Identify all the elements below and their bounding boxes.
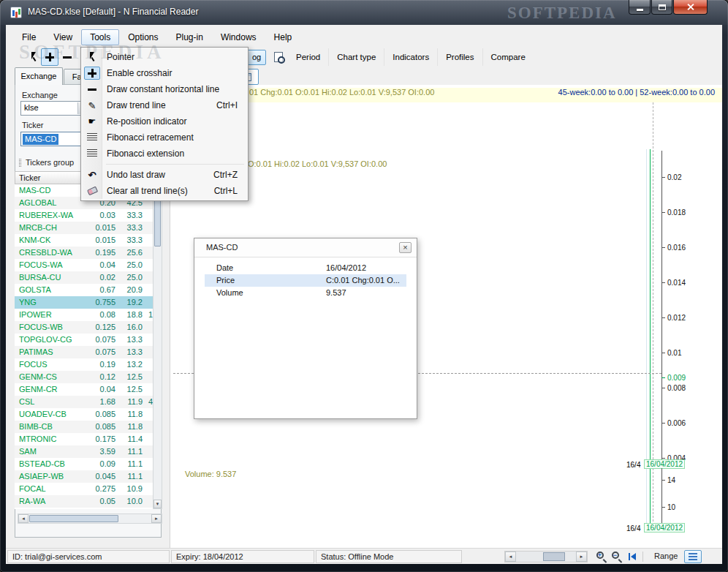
menu-item[interactable]: Pointer <box>83 49 246 65</box>
ticker-row[interactable]: BSTEAD-CB 0.09 11.1 <box>15 458 153 470</box>
ticker-row[interactable]: BIMB-CB 0.085 11.8 <box>15 421 153 433</box>
preview-button[interactable] <box>269 48 287 66</box>
toolbar-button[interactable]: Period <box>288 48 328 66</box>
horizontal-line-tool-button[interactable] <box>58 48 76 66</box>
ticker-name: BSTEAD-CB <box>15 458 79 470</box>
price-tick: 0.016 <box>661 230 686 265</box>
ticker-row[interactable]: PATIMAS 0.075 13.3 <box>15 346 153 358</box>
ticker-name: KNM-CK <box>15 234 79 247</box>
minimize-icon <box>637 9 643 11</box>
scroll-left-icon[interactable]: ◄ <box>18 514 29 523</box>
ticker-price: 0.125 <box>79 321 115 334</box>
ticker-row[interactable]: FOCAL 0.275 10.9 <box>15 483 153 495</box>
close-button[interactable] <box>673 0 708 15</box>
ticker-extra <box>143 284 153 296</box>
ticker-row[interactable]: RUBEREX-WA 0.03 33.3 <box>15 209 153 222</box>
ticker-name: SAM <box>15 445 79 458</box>
ticker-list-hscrollbar[interactable]: ◄ ► <box>18 513 162 524</box>
ticker-row[interactable]: MRCB-CH 0.015 33.3 <box>15 222 153 234</box>
menubar-item[interactable]: Options <box>119 29 167 45</box>
ticker-row[interactable]: FOCUS-WA 0.04 25.0 <box>15 259 153 271</box>
pointer-icon <box>84 50 100 64</box>
menu-item[interactable]: Fibonacci extension <box>83 146 246 162</box>
menu-item[interactable]: Fibonacci retracement <box>83 129 246 146</box>
minimize-button[interactable] <box>629 0 651 15</box>
ticker-row[interactable]: FOCUS 0.19 13.2 <box>15 358 153 371</box>
ticker-extra <box>143 433 153 445</box>
menu-item[interactable]: Clear all trend line(s) Ctrl+L <box>83 183 246 199</box>
menubar-item[interactable]: Windows <box>212 29 265 45</box>
watermark: SOFTPEDIA <box>507 4 617 23</box>
chart-hscrollbar[interactable]: ◄ ► <box>504 551 588 562</box>
crosshair-tool-button[interactable] <box>41 48 58 66</box>
data-log-button[interactable]: og <box>247 50 266 65</box>
tick-mark <box>661 353 665 353</box>
tick-mark <box>661 212 665 213</box>
range-button[interactable] <box>684 550 702 563</box>
maximize-button[interactable] <box>651 0 672 15</box>
volume-tick-label: 10 <box>667 503 675 511</box>
ticker-row[interactable]: KNM-CK 0.015 33.3 <box>15 234 153 247</box>
statusbar: ID: trial@gi-services.com Expiry: 18/04/… <box>6 548 722 564</box>
jump-to-start-button[interactable] <box>624 550 640 563</box>
scroll-left-icon[interactable]: ◄ <box>505 552 516 562</box>
scroll-right-icon[interactable]: ► <box>576 552 587 562</box>
ticker-extra <box>143 421 153 433</box>
info-row: Date 16/04/2012 <box>205 262 406 274</box>
ticker-row[interactable]: CSL 1.68 11.9 4 <box>15 396 153 408</box>
ticker-row[interactable]: GENM-CS 0.12 12.5 <box>15 371 153 383</box>
ticker-row[interactable]: FOCUS-WB 0.125 16.0 <box>15 321 153 334</box>
menu-item[interactable]: Draw constant horizontal line <box>83 81 246 97</box>
scrollbar-thumb[interactable] <box>29 515 118 522</box>
ticker-name: GENM-CR <box>15 383 79 396</box>
ticker-row[interactable]: CRESBLD-WA 0.195 25.6 <box>15 247 153 259</box>
price-axis-labels: 0.02 0.018 0.016 0.014 0.012 0.01 0.008 … <box>661 159 686 475</box>
toolbar-button[interactable]: Profiles <box>437 48 482 66</box>
menubar-item[interactable]: Tools <box>81 29 119 45</box>
menu-item[interactable]: Re-position indicator <box>83 113 246 129</box>
zoom-in-button[interactable] <box>594 550 609 563</box>
quote-info-window[interactable]: MAS-CD Date 16/04/2012 Price C:0.01 Chg:… <box>194 238 417 419</box>
quote-line: O:0.01 Hi:0.02 Lo:0.01 V:9,537 OI:0.00 <box>248 159 387 168</box>
ticker-row[interactable]: GENM-CR 0.04 12.5 <box>15 383 153 396</box>
ticker-row[interactable]: GOLSTA 0.67 20.9 <box>15 284 153 296</box>
toolbar-button[interactable]: Chart type <box>328 48 384 66</box>
ticker-extra <box>143 383 153 396</box>
ticker-change: 33.3 <box>115 234 143 247</box>
menu-item[interactable]: Undo last draw Ctrl+Z <box>83 167 246 183</box>
scroll-right-icon[interactable]: ► <box>151 514 162 523</box>
ticker-row[interactable]: TOPGLOV-CG 0.075 13.3 <box>15 334 153 346</box>
ticker-row[interactable]: YNG 0.755 19.2 <box>15 296 153 309</box>
ticker-row[interactable]: SAM 3.59 11.1 <box>15 445 153 458</box>
ticker-row[interactable]: BURSA-CU 0.02 25.0 <box>15 271 153 284</box>
ticker-row[interactable]: MTRONIC 0.175 11.4 <box>15 433 153 445</box>
menubar-item[interactable]: Help <box>265 29 301 45</box>
menubar-item[interactable]: View <box>45 29 81 45</box>
toolbar-button[interactable]: Indicators <box>384 48 437 66</box>
zoom-out-button[interactable] <box>609 550 624 563</box>
ticker-price: 0.19 <box>79 358 115 371</box>
menu-item[interactable]: Enable crosshair <box>83 65 246 81</box>
ticker-row[interactable]: IPOWER 0.08 18.8 1 <box>15 309 153 321</box>
ticker-row[interactable]: RA-WA 0.05 10.0 <box>15 495 153 508</box>
pointer-tool-button[interactable] <box>25 48 42 66</box>
price-tick-label: 0.016 <box>667 244 686 252</box>
info-window-titlebar[interactable]: MAS-CD <box>194 238 417 257</box>
menubar-item[interactable]: Plug-in <box>167 29 212 45</box>
eraser-icon <box>84 184 100 197</box>
tab-exchange[interactable]: Exchange <box>15 67 63 85</box>
scroll-down-icon[interactable]: ▼ <box>153 500 162 508</box>
ticker-name: CSL <box>15 396 79 408</box>
ticker-row[interactable]: ASIAEP-WB 0.045 11.1 <box>15 470 153 483</box>
ticker-row[interactable]: UOADEV-CB 0.085 11.8 <box>15 408 153 421</box>
titlebar[interactable]: MAS-CD.klse [Default] - N Financial Read… <box>0 0 728 25</box>
scrollbar-thumb[interactable] <box>543 552 565 561</box>
toolbar-button[interactable]: Compare <box>482 48 534 66</box>
menubar-item[interactable]: File <box>13 29 45 45</box>
info-window-close-button[interactable] <box>399 242 412 253</box>
ticker-change: 11.9 <box>115 396 143 408</box>
preview-icon <box>274 52 283 62</box>
ticker-list-scrollbar[interactable]: ▲ ▼ <box>153 171 162 509</box>
menu-item[interactable]: Draw trend line Ctrl+I <box>83 97 246 113</box>
ticker-extra <box>143 321 153 334</box>
